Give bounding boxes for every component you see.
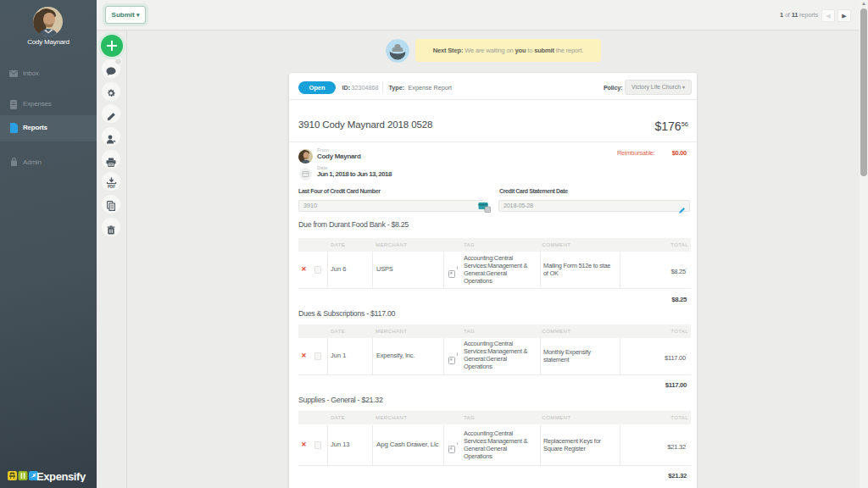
svg-text:PDF: PDF	[107, 184, 114, 187]
svg-text:Expensify: Expensify	[36, 470, 86, 482]
